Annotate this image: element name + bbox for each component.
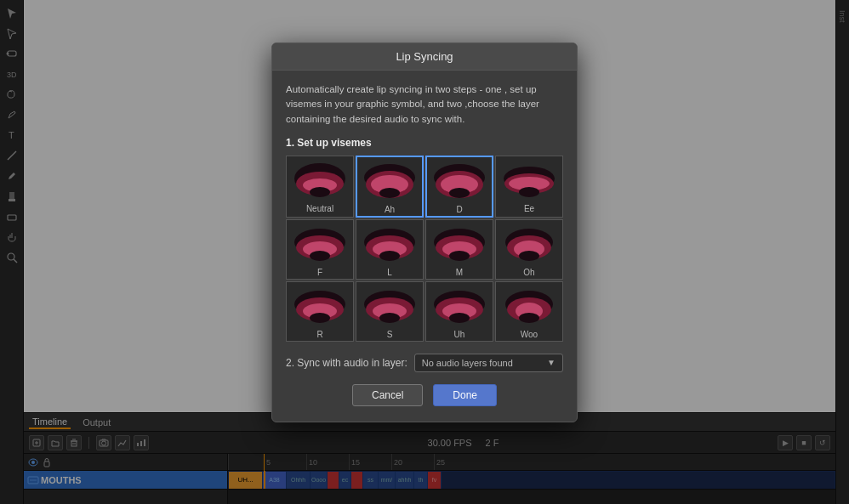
svg-point-45 (449, 188, 470, 198)
dialog-description: Automatically create lip syncing in two … (286, 82, 563, 127)
svg-point-65 (519, 251, 539, 261)
viseme-f-label: F (317, 268, 322, 277)
viseme-ee[interactable]: Ee (495, 156, 563, 218)
app-container: 3D T (0, 0, 849, 504)
viseme-uh-label: Uh (454, 330, 465, 339)
viseme-l[interactable]: L (356, 219, 424, 280)
audio-layer-dropdown[interactable]: No audio layers found ▼ (414, 354, 563, 372)
done-button[interactable]: Done (433, 384, 497, 406)
viseme-d-label: D (456, 205, 462, 214)
svg-point-73 (379, 313, 400, 323)
viseme-uh[interactable]: Uh (425, 281, 493, 342)
viseme-m[interactable]: M (425, 219, 493, 280)
dialog-overlay: Lip Syncing Automatically create lip syn… (0, 0, 849, 504)
svg-point-53 (310, 251, 330, 261)
viseme-f[interactable]: F (286, 219, 354, 280)
svg-point-49 (519, 187, 539, 197)
viseme-l-label: L (387, 268, 392, 277)
dialog-title-bar: Lip Syncing (272, 43, 577, 71)
audio-sync-row: 2. Sync with audio in layer: No audio la… (286, 354, 563, 372)
viseme-oh-label: Oh (523, 268, 534, 277)
dialog-buttons: Cancel Done (286, 384, 563, 410)
viseme-grid: Neutral Ah (286, 156, 563, 342)
svg-point-69 (310, 313, 330, 323)
audio-dropdown-text: No audio layers found (422, 358, 513, 368)
svg-point-41 (379, 188, 400, 198)
viseme-woo[interactable]: Woo (495, 281, 563, 342)
svg-point-57 (379, 251, 400, 261)
viseme-s[interactable]: S (356, 281, 424, 342)
dialog-body: Automatically create lip syncing in two … (272, 71, 577, 422)
viseme-m-label: M (456, 268, 463, 277)
svg-point-61 (449, 251, 470, 261)
viseme-ah[interactable]: Ah (356, 156, 424, 218)
viseme-neutral-label: Neutral (306, 204, 333, 213)
viseme-ah-label: Ah (385, 205, 395, 214)
viseme-d[interactable]: D (425, 156, 493, 218)
svg-point-81 (519, 313, 539, 323)
viseme-s-label: S (387, 330, 393, 339)
lip-sync-dialog: Lip Syncing Automatically create lip syn… (271, 42, 578, 422)
viseme-woo-label: Woo (521, 330, 538, 339)
svg-point-37 (310, 187, 330, 197)
viseme-neutral[interactable]: Neutral (286, 156, 354, 218)
viseme-oh[interactable]: Oh (495, 219, 563, 280)
section1-title: 1. Set up visemes (286, 137, 563, 149)
svg-point-77 (449, 313, 470, 323)
dialog-title: Lip Syncing (396, 50, 453, 63)
audio-sync-label: 2. Sync with audio in layer: (286, 357, 407, 369)
viseme-r-label: R (316, 330, 322, 339)
cancel-button[interactable]: Cancel (352, 384, 423, 406)
viseme-ee-label: Ee (524, 204, 534, 213)
dropdown-arrow-icon: ▼ (547, 358, 556, 367)
viseme-r[interactable]: R (286, 281, 354, 342)
